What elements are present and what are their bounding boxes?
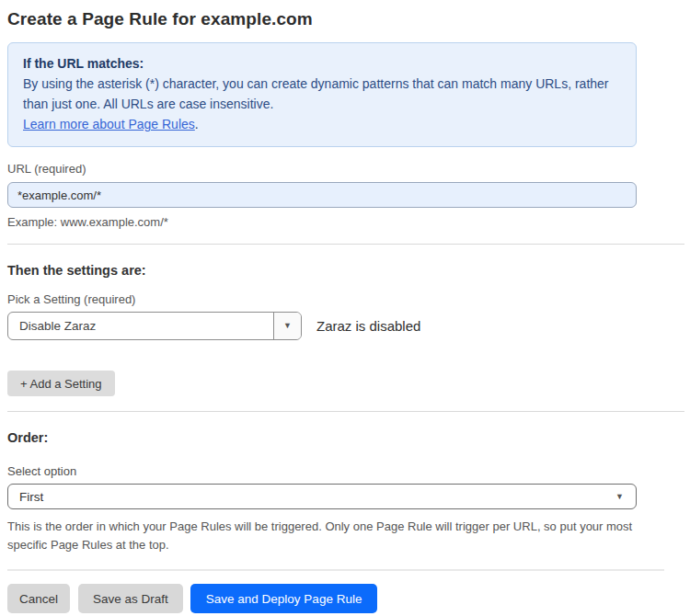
order-select-label: Select option: [7, 464, 690, 478]
chevron-down-icon: ▼: [615, 493, 624, 501]
setting-select-value: Disable Zaraz: [8, 313, 273, 339]
setting-select[interactable]: Disable Zaraz ▼: [7, 312, 302, 340]
learn-more-page-rules-link[interactable]: Learn more about Page Rules: [23, 117, 195, 131]
page-title: Create a Page Rule for example.com: [7, 9, 690, 29]
order-select-value: First: [8, 485, 615, 508]
url-example-hint: Example: www.example.com/*: [7, 215, 690, 229]
save-and-deploy-button[interactable]: Save and Deploy Page Rule: [190, 584, 378, 613]
divider: [7, 411, 684, 412]
setting-select-arrow-button[interactable]: ▼: [273, 313, 301, 339]
url-input[interactable]: [7, 182, 637, 208]
callout-body: By using the asterisk (*) character, you…: [23, 74, 612, 114]
order-description: This is the order in which your Page Rul…: [7, 518, 651, 554]
callout-heading: If the URL matches:: [23, 53, 621, 74]
form-actions: Cancel Save as Draft Save and Deploy Pag…: [7, 584, 690, 613]
setting-status-text: Zaraz is disabled: [316, 318, 420, 334]
order-select-arrow: ▼: [615, 485, 636, 508]
divider: [7, 569, 664, 571]
settings-section-heading: Then the settings are:: [7, 263, 690, 278]
chevron-down-icon: ▼: [283, 322, 292, 330]
callout-link-suffix: .: [195, 117, 199, 131]
url-match-info-callout: If the URL matches: By using the asteris…: [7, 42, 637, 147]
create-page-rule-form: Create a Page Rule for example.com If th…: [0, 0, 690, 613]
callout-link-line: Learn more about Page Rules.: [23, 114, 621, 134]
save-as-draft-button[interactable]: Save as Draft: [78, 584, 183, 613]
order-section-heading: Order:: [7, 430, 690, 445]
add-setting-button[interactable]: + Add a Setting: [7, 371, 115, 396]
pick-setting-label: Pick a Setting (required): [7, 292, 690, 306]
divider: [7, 244, 684, 245]
order-select[interactable]: First ▼: [7, 484, 637, 509]
setting-row: Disable Zaraz ▼ Zaraz is disabled: [7, 312, 690, 340]
url-field-label: URL (required): [7, 162, 690, 176]
cancel-button[interactable]: Cancel: [7, 584, 70, 613]
